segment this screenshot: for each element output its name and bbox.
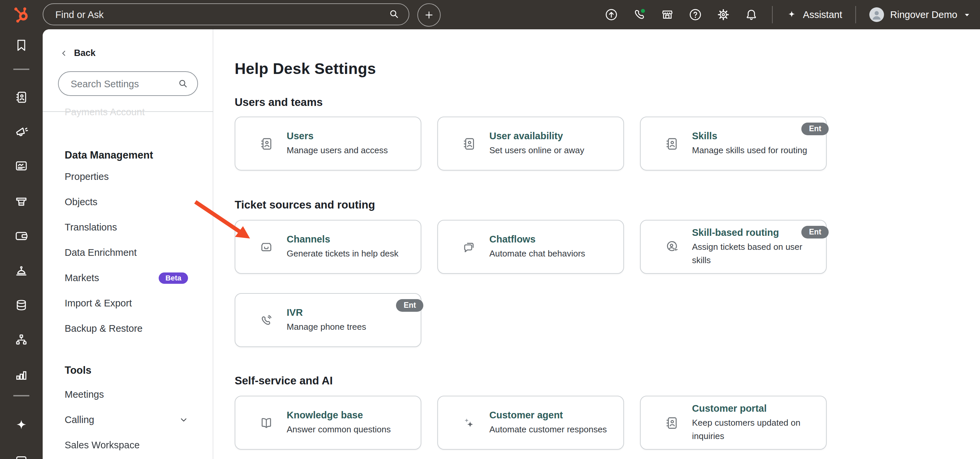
marketing-megaphone-icon[interactable]	[14, 124, 29, 140]
card-desc: Automate chat behaviors	[489, 247, 585, 260]
bookmarks-icon[interactable]	[14, 38, 29, 52]
card-knowledge-base[interactable]: Knowledge base Answer common questions	[235, 396, 422, 449]
card-title: User availability	[489, 130, 584, 142]
sparkle-icon	[786, 9, 798, 20]
avatar	[870, 7, 885, 22]
help-icon[interactable]	[688, 7, 703, 22]
settings-sidebar: Back Payments Account Data Management Pr…	[43, 29, 213, 459]
address-book-icon	[461, 136, 477, 151]
scrolled-item-ghost: Payments Account	[65, 106, 145, 117]
reporting-icon[interactable]	[14, 368, 29, 383]
section-header-users-and-teams: Users and teams	[235, 96, 323, 109]
phone-call-icon	[259, 313, 274, 328]
sidebar-item-backup-restore[interactable]: Backup & Restore	[65, 316, 204, 341]
card-title: Chatflows	[489, 233, 585, 245]
card-title: Users	[287, 130, 388, 142]
rail-divider	[13, 68, 29, 70]
sidebar-divider	[43, 111, 213, 112]
sidebar-item-translations[interactable]: Translations	[65, 214, 204, 240]
sidebar-item-meetings[interactable]: Meetings	[65, 382, 204, 407]
assistant-label: Assistant	[803, 10, 842, 20]
main-nav-rail	[0, 29, 43, 459]
card-title: Skills	[692, 130, 807, 142]
workspace-icon[interactable]	[14, 455, 29, 459]
card-channels[interactable]: Channels Generate tickets in help desk	[235, 220, 422, 274]
top-nav-bar: Assistant Ringover Demo	[0, 0, 980, 29]
sidebar-item-objects[interactable]: Objects	[65, 189, 204, 214]
back-label: Back	[74, 48, 95, 58]
chevron-down-icon	[963, 11, 970, 18]
automations-icon[interactable]	[14, 332, 29, 347]
sales-icon[interactable]	[14, 194, 29, 209]
nav-group-header-tools: Tools	[65, 363, 91, 378]
card-title: Skill-based routing	[692, 227, 817, 238]
card-customer-agent[interactable]: Customer agent Automate customer respons…	[438, 396, 624, 449]
card-customer-portal[interactable]: Customer portal Keep customers updated o…	[640, 396, 827, 449]
page-title: Help Desk Settings	[235, 60, 376, 78]
sidebar-item-data-enrichment[interactable]: Data Enrichment	[65, 240, 204, 265]
sparkles-icon	[461, 415, 477, 430]
card-user-availability[interactable]: User availability Set users online or aw…	[438, 117, 624, 170]
sidebar-item-properties[interactable]: Properties	[65, 164, 204, 189]
card-ivr[interactable]: Ent IVR Manage phone trees	[235, 293, 422, 347]
upgrade-icon[interactable]	[605, 7, 619, 22]
card-title: IVR	[287, 307, 366, 318]
marketplace-icon[interactable]	[660, 7, 675, 22]
card-desc: Set users online or away	[489, 144, 584, 157]
calling-icon[interactable]	[632, 7, 647, 22]
settings-search-input[interactable]	[58, 71, 198, 96]
settings-main: Help Desk Settings Users and teams Users…	[213, 29, 980, 459]
section-header-ticket-sources: Ticket sources and routing	[235, 199, 375, 211]
back-button[interactable]: Back	[60, 48, 95, 58]
chat-bubbles-icon	[461, 239, 477, 254]
data-icon[interactable]	[14, 298, 29, 313]
card-skill-based-routing[interactable]: Ent Skill-based routing Assign tickets b…	[640, 220, 827, 274]
rail-divider	[13, 395, 29, 396]
section-header-self-service-ai: Self-service and AI	[235, 375, 332, 387]
card-desc: Answer common questions	[287, 423, 391, 436]
open-book-icon	[259, 415, 274, 430]
card-skills[interactable]: Ent Skills Manage skills used for routin…	[640, 117, 827, 170]
plus-icon	[423, 10, 435, 21]
card-desc: Keep customers updated on inquiries	[692, 416, 817, 443]
card-desc: Manage skills used for routing	[692, 144, 807, 157]
account-menu[interactable]: Ringover Demo	[870, 7, 971, 22]
topbar-divider	[856, 6, 856, 23]
card-title: Customer agent	[489, 409, 607, 421]
sidebar-item-calling[interactable]: Calling	[65, 407, 204, 432]
card-desc: Assign tickets based on user skills	[692, 240, 817, 267]
ai-sparkle-icon[interactable]	[13, 418, 29, 434]
user-routing-icon	[664, 239, 679, 254]
card-desc: Generate tickets in help desk	[287, 247, 398, 260]
presence-dot	[641, 9, 645, 13]
create-button[interactable]	[417, 3, 441, 27]
card-chatflows[interactable]: Chatflows Automate chat behaviors	[438, 220, 624, 274]
commerce-wallet-icon[interactable]	[14, 228, 29, 243]
beta-badge: Beta	[159, 272, 188, 283]
card-desc: Automate customer responses	[489, 423, 607, 436]
inbox-tray-icon	[259, 239, 274, 254]
notifications-bell-icon[interactable]	[745, 7, 759, 22]
sidebar-item-import-export[interactable]: Import & Export	[65, 291, 204, 316]
card-desc: Manage phone trees	[287, 321, 366, 334]
card-users[interactable]: Users Manage users and access	[235, 117, 422, 170]
service-bell-icon[interactable]	[14, 263, 29, 278]
address-book-icon	[664, 136, 679, 151]
global-search-input[interactable]	[43, 3, 409, 25]
content-icon[interactable]	[14, 159, 29, 173]
chevron-left-icon	[60, 49, 68, 57]
app: Assistant Ringover Demo	[0, 0, 980, 459]
hubspot-logo-icon[interactable]	[12, 5, 31, 24]
chevron-down-icon	[179, 415, 188, 424]
search-icon	[388, 8, 400, 20]
search-icon	[177, 78, 189, 89]
crm-contacts-icon[interactable]	[14, 90, 29, 105]
account-name: Ringover Demo	[890, 10, 958, 20]
card-title: Knowledge base	[287, 409, 391, 421]
assistant-button[interactable]: Assistant	[786, 9, 842, 20]
address-book-icon	[259, 136, 274, 151]
sidebar-item-sales-workspace[interactable]: Sales Workspace	[65, 432, 204, 457]
sidebar-item-markets[interactable]: Markets Beta	[65, 265, 204, 291]
card-title: Channels	[287, 233, 398, 245]
settings-gear-icon[interactable]	[716, 7, 731, 22]
